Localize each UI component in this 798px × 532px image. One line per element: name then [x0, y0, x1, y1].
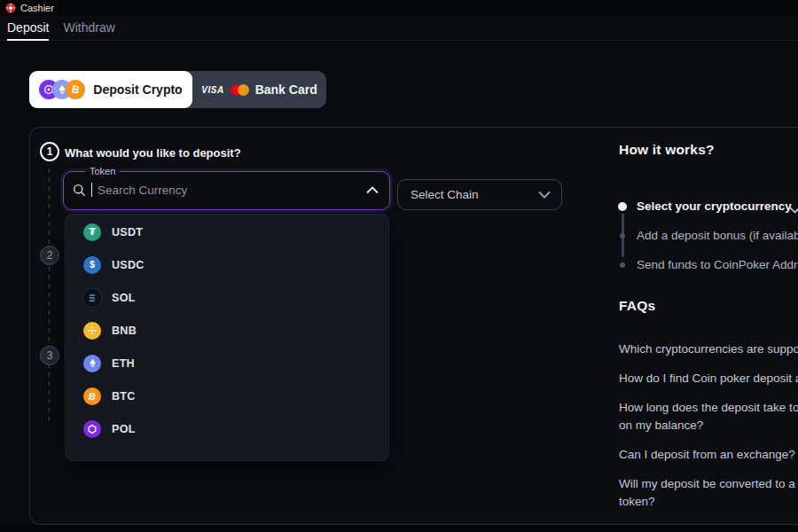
collapse-token-list-button[interactable]: [364, 184, 380, 196]
solana-icon: [83, 289, 101, 307]
bank-card-label: Bank Card: [255, 82, 317, 97]
timeline-dot: [620, 262, 625, 268]
chain-select[interactable]: Select Chain: [397, 179, 562, 210]
active-tab-underline: [7, 39, 49, 41]
token-symbol: BTC: [112, 390, 136, 403]
token-symbol: USDT: [112, 226, 143, 239]
how-it-works-step[interactable]: Select your cryptocurrency: [619, 192, 798, 221]
token-option[interactable]: $ USDC: [66, 248, 388, 281]
step-1-number: 1: [47, 145, 53, 158]
token-search-field[interactable]: Token: [63, 166, 390, 210]
faq-question[interactable]: Can I deposit from an exchange?: [619, 446, 798, 464]
token-option[interactable]: POL: [66, 412, 388, 445]
step-2-number: 2: [47, 249, 53, 262]
window-title: Cashier: [20, 3, 54, 13]
faq-question[interactable]: How long does the deposit take to showon…: [619, 399, 798, 434]
token-symbol: SOL: [112, 292, 136, 304]
how-it-works-step[interactable]: Add a deposit bonus (if available): [619, 221, 798, 250]
tab-deposit[interactable]: Deposit: [0, 15, 56, 40]
faq-question[interactable]: How do I find Coin poker deposit address…: [619, 370, 798, 387]
deposit-method-toggle: B Deposit Crypto VISA Bank Card: [29, 71, 326, 108]
deposit-panel: 1 2 3 What would you like to deposit? To…: [29, 127, 798, 525]
tab-withdraw-label: Withdraw: [63, 20, 114, 35]
polygon-icon: [83, 420, 101, 438]
faq-question-line: Which cryptocurrencies are supported?: [619, 340, 798, 358]
how-it-works-step-label: Add a deposit bonus (if available): [637, 229, 798, 242]
how-it-works-step-label: Select your cryptocurrency: [637, 200, 792, 213]
faq-question-line: on my balance?: [619, 417, 798, 434]
chevron-up-icon: [366, 186, 379, 194]
step-1-question: What would you like to deposit?: [65, 146, 241, 160]
token-symbol: ETH: [112, 357, 135, 370]
how-it-works-step-label: Send funds to CoinPoker Address: [637, 258, 798, 271]
deposit-crypto-label: Deposit Crypto: [93, 82, 182, 97]
crypto-coins-icon: B: [39, 80, 85, 99]
bitcoin-coin-icon: B: [66, 80, 85, 99]
text-cursor: [91, 183, 92, 197]
bnb-icon: [83, 322, 101, 340]
faq-question-line: How long does the deposit take to show: [619, 399, 798, 417]
ethereum-icon: [83, 355, 101, 372]
tab-withdraw[interactable]: Withdraw: [56, 15, 121, 40]
coinpoker-logo-icon: [5, 3, 16, 13]
mastercard-logo-icon: [231, 84, 249, 96]
timeline-dot: [618, 202, 627, 211]
timeline-dot: [620, 233, 625, 239]
faqs-title: FAQs: [619, 298, 798, 314]
step-connector-line: [49, 168, 50, 424]
how-it-works-step[interactable]: Send funds to CoinPoker Address: [619, 250, 798, 279]
faq-question-line: Can I deposit from an exchange?: [619, 446, 798, 464]
token-symbol: POL: [112, 423, 136, 435]
step-3-indicator: 3: [40, 346, 59, 365]
step-1-indicator: 1: [40, 142, 59, 161]
faq-question-line: How do I find Coin poker deposit address…: [619, 370, 798, 387]
step-3-number: 3: [47, 349, 53, 362]
chain-select-label: Select Chain: [411, 188, 479, 201]
token-option[interactable]: ₮ USDT: [66, 215, 388, 248]
window-titlebar: Cashier: [0, 0, 798, 15]
bitcoin-icon: B: [83, 387, 101, 405]
how-it-works-section: How it works? Select your cryptocurrency…: [619, 142, 798, 279]
bank-card-button[interactable]: VISA Bank Card: [192, 71, 326, 108]
token-field-label: Token: [85, 166, 120, 176]
tab-deposit-label: Deposit: [7, 20, 49, 35]
chevron-down-icon: [538, 191, 551, 199]
tab-bar: Deposit Withdraw: [0, 15, 798, 41]
token-option[interactable]: BNB: [66, 314, 388, 347]
token-dropdown-list: ₮ USDT $ USDC SOL BNB ETH B BTC POL: [65, 214, 389, 461]
deposit-crypto-button[interactable]: B Deposit Crypto: [29, 71, 192, 108]
cashier-window: Cashier Deposit Withdraw: [0, 0, 798, 532]
bottom-strip: [0, 525, 798, 532]
faq-question-line: token?: [619, 493, 798, 511]
token-symbol: BNB: [112, 325, 137, 337]
faqs-section: FAQs Which cryptocurrencies are supporte…: [619, 298, 798, 522]
faq-question-line: Will my deposit be converted to a: [619, 475, 798, 493]
token-symbol: USDC: [112, 259, 145, 271]
how-it-works-title: How it works?: [619, 142, 798, 158]
token-option[interactable]: SOL: [66, 281, 388, 314]
token-option[interactable]: ETH: [66, 347, 388, 379]
faq-question[interactable]: Which cryptocurrencies are supported?: [619, 340, 798, 358]
step-2-indicator: 2: [40, 246, 59, 265]
visa-logo-icon: VISA: [201, 85, 223, 95]
token-search-input[interactable]: [98, 184, 359, 197]
token-option[interactable]: B BTC: [66, 379, 388, 412]
tether-icon: ₮: [83, 223, 101, 241]
faq-question[interactable]: Will my deposit be converted to atoken?: [619, 475, 798, 511]
chevron-down-icon: [789, 202, 798, 218]
search-icon: [73, 184, 86, 197]
usd-coin-icon: $: [83, 256, 101, 274]
